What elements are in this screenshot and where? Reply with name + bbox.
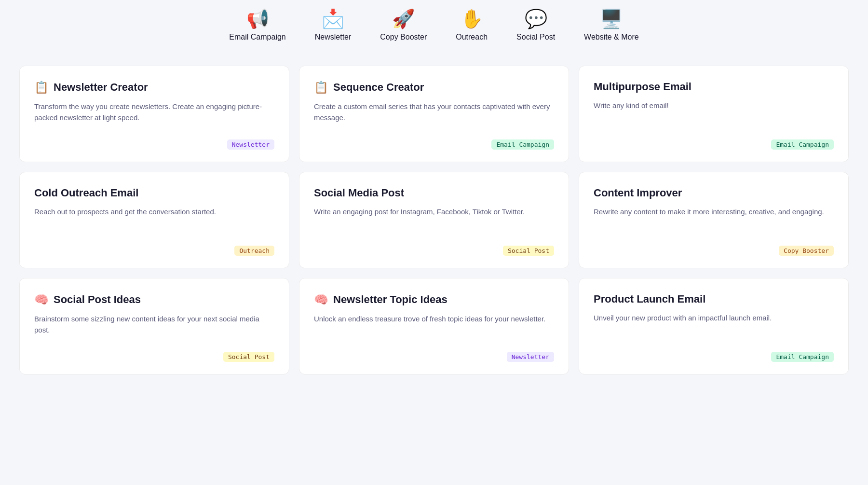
card-tag-cold-outreach-email: Outreach	[234, 246, 274, 256]
card-title-icon-newsletter-topic-ideas: 🧠	[314, 293, 328, 306]
nav-label-social-post: Social Post	[516, 33, 555, 42]
card-description-social-media-post: Write an engaging post for Instagram, Fa…	[314, 206, 554, 231]
card-newsletter-creator[interactable]: 📋Newsletter CreatorTransform the way you…	[19, 66, 289, 162]
card-title-icon-social-post-ideas: 🧠	[34, 293, 49, 306]
card-description-social-post-ideas: Brainstorm some sizzling new content ide…	[34, 313, 274, 337]
nav-icon-email-campaign: 📢	[246, 10, 269, 28]
nav-item-outreach[interactable]: ✋Outreach	[456, 10, 488, 42]
card-title-social-media-post: Social Media Post	[314, 187, 554, 199]
card-social-post-ideas[interactable]: 🧠Social Post IdeasBrainstorm some sizzli…	[19, 278, 289, 374]
card-tag-multipurpose-email: Email Campaign	[771, 139, 834, 150]
card-title-content-improver: Content Improver	[594, 187, 834, 199]
card-title-cold-outreach-email: Cold Outreach Email	[34, 187, 274, 199]
card-content-improver[interactable]: Content ImproverRewrite any content to m…	[579, 172, 849, 268]
card-sequence-creator[interactable]: 📋Sequence CreatorCreate a custom email s…	[299, 66, 569, 162]
nav-label-outreach: Outreach	[456, 33, 488, 42]
card-title-newsletter-creator: 📋Newsletter Creator	[34, 81, 274, 94]
top-navigation: 📢Email Campaign📩Newsletter🚀Copy Booster✋…	[0, 0, 868, 56]
card-tag-content-improver: Copy Booster	[779, 246, 834, 256]
card-title-multipurpose-email: Multipurpose Email	[594, 81, 834, 93]
nav-icon-social-post: 💬	[525, 10, 547, 28]
card-title-social-post-ideas: 🧠Social Post Ideas	[34, 293, 274, 306]
card-tag-newsletter-topic-ideas: Newsletter	[507, 352, 554, 362]
card-description-product-launch-email: Unveil your new product with an impactfu…	[594, 312, 834, 337]
card-description-content-improver: Rewrite any content to make it more inte…	[594, 206, 834, 231]
nav-label-email-campaign: Email Campaign	[229, 33, 285, 42]
nav-item-copy-booster[interactable]: 🚀Copy Booster	[380, 10, 427, 42]
card-description-sequence-creator: Create a custom email series that has yo…	[314, 101, 554, 125]
card-title-sequence-creator: 📋Sequence Creator	[314, 81, 554, 94]
card-tag-social-media-post: Social Post	[503, 246, 554, 256]
cards-grid: 📋Newsletter CreatorTransform the way you…	[0, 56, 868, 384]
card-description-cold-outreach-email: Reach out to prospects and get the conve…	[34, 206, 274, 231]
nav-icon-outreach: ✋	[461, 10, 483, 28]
card-title-icon-newsletter-creator: 📋	[34, 81, 49, 94]
card-newsletter-topic-ideas[interactable]: 🧠Newsletter Topic IdeasUnlock an endless…	[299, 278, 569, 374]
card-tag-product-launch-email: Email Campaign	[771, 352, 834, 362]
card-multipurpose-email[interactable]: Multipurpose EmailWrite any kind of emai…	[579, 66, 849, 162]
card-tag-newsletter-creator: Newsletter	[227, 139, 274, 150]
card-tag-sequence-creator: Email Campaign	[491, 139, 554, 150]
nav-label-copy-booster: Copy Booster	[380, 33, 427, 42]
card-title-newsletter-topic-ideas: 🧠Newsletter Topic Ideas	[314, 293, 554, 306]
nav-icon-website-more: 🖥️	[600, 10, 623, 28]
card-description-multipurpose-email: Write any kind of email!	[594, 100, 834, 125]
card-description-newsletter-topic-ideas: Unlock an endless treasure trove of fres…	[314, 313, 554, 337]
card-title-product-launch-email: Product Launch Email	[594, 293, 834, 305]
card-title-icon-sequence-creator: 📋	[314, 81, 328, 94]
nav-item-social-post[interactable]: 💬Social Post	[516, 10, 555, 42]
card-description-newsletter-creator: Transform the way you create newsletters…	[34, 101, 274, 125]
nav-label-website-more: Website & More	[584, 33, 639, 42]
nav-label-newsletter: Newsletter	[315, 33, 352, 42]
nav-icon-copy-booster: 🚀	[392, 10, 415, 28]
nav-item-newsletter[interactable]: 📩Newsletter	[315, 10, 352, 42]
card-tag-social-post-ideas: Social Post	[223, 352, 274, 362]
card-social-media-post[interactable]: Social Media PostWrite an engaging post …	[299, 172, 569, 268]
card-product-launch-email[interactable]: Product Launch EmailUnveil your new prod…	[579, 278, 849, 374]
nav-icon-newsletter: 📩	[322, 10, 344, 28]
card-cold-outreach-email[interactable]: Cold Outreach EmailReach out to prospect…	[19, 172, 289, 268]
nav-item-email-campaign[interactable]: 📢Email Campaign	[229, 10, 285, 42]
nav-item-website-more[interactable]: 🖥️Website & More	[584, 10, 639, 42]
